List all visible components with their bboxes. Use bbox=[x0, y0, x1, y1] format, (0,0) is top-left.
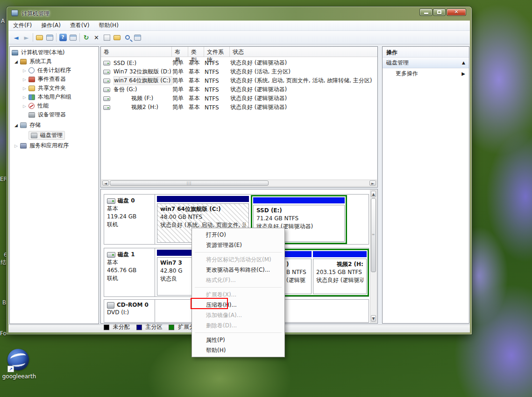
tree-item-device-manager[interactable]: 设备管理器 bbox=[28, 110, 66, 119]
collapse-chevron-icon[interactable]: ▲ bbox=[462, 60, 465, 65]
cdrom-media: DVD (I:) bbox=[107, 309, 152, 317]
disk-0-header[interactable]: 磁盘 0 基本 119.24 GB 联机 bbox=[104, 195, 155, 244]
disk-1-header[interactable]: 磁盘 1 基本 465.76 GB 联机 bbox=[104, 248, 155, 296]
collapsed-triangle-icon[interactable]: ▷ bbox=[23, 104, 28, 108]
volume-name: win7 64位旗舰版 (C:) bbox=[113, 76, 172, 85]
menu-item-help[interactable]: 帮助(H) bbox=[192, 345, 284, 355]
tree-item-performance[interactable]: ▷ 性能 bbox=[23, 101, 49, 110]
google-earth-icon-label[interactable]: googleearth bbox=[0, 373, 38, 380]
disk-name: 磁盘 0 bbox=[118, 197, 135, 204]
menu-item-properties[interactable]: 属性(P) bbox=[192, 335, 284, 345]
tree-item-services-applications[interactable]: ▷ 服务和应用程序 bbox=[14, 141, 69, 150]
partition-label: SSD (E:) bbox=[256, 207, 341, 215]
tree-item-label: 设备管理器 bbox=[38, 111, 66, 119]
volume-layout: 简单 bbox=[172, 103, 188, 111]
menu-item-open[interactable]: 打开(O) bbox=[192, 230, 284, 240]
volume-row[interactable]: Win7 32位旗舰版 (D:) 简单 基本 NTFS 状态良好 (活动, 主分… bbox=[103, 67, 376, 76]
cdrom-header[interactable]: CD-ROM 0 DVD (I:) bbox=[104, 300, 155, 322]
collapsed-triangle-icon[interactable]: ▷ bbox=[23, 95, 28, 100]
disk-drive-icon bbox=[107, 198, 115, 204]
collapsed-triangle-icon[interactable]: ▷ bbox=[14, 144, 20, 148]
disk-type: 基本 bbox=[107, 259, 152, 267]
volume-row[interactable]: 视频2 (H:) 简单 基本 NTFS 状态良好 (逻辑驱动器) bbox=[103, 103, 376, 112]
help-icon[interactable]: ? bbox=[59, 34, 67, 42]
column-header-type[interactable]: 类型 bbox=[188, 47, 204, 57]
restore-button[interactable] bbox=[433, 8, 446, 16]
scroll-down-arrow-icon[interactable]: ▼ bbox=[371, 315, 376, 322]
volume-layout: 简单 bbox=[172, 59, 188, 67]
tree-item-task-scheduler[interactable]: ▷ 任务计划程序 bbox=[23, 66, 71, 75]
log-book-icon bbox=[28, 77, 35, 82]
properties-icon[interactable] bbox=[103, 34, 111, 42]
tree-item-system-tools[interactable]: ◢ 系统工具 bbox=[14, 57, 52, 66]
tree-item-storage[interactable]: ◢ 存储 bbox=[14, 121, 41, 130]
console-settings-icon[interactable] bbox=[134, 34, 142, 42]
tree-item-computer-management[interactable]: 计算机管理(本地) bbox=[12, 48, 64, 57]
volume-row-selected[interactable]: win7 64位旗舰版 (C:) 简单 基本 NTFS 状态良好 (系统, 启动… bbox=[103, 76, 376, 85]
tree-item-label: 共享文件夹 bbox=[38, 84, 66, 92]
export-list-icon[interactable] bbox=[35, 34, 43, 42]
volume-icon bbox=[103, 96, 110, 101]
partition-status: 状态良好 (逻辑驱动 bbox=[316, 276, 363, 284]
partition-label: win7 64位旗舰版 (C:) bbox=[160, 205, 246, 213]
column-header-filesystem[interactable]: 文件系统 bbox=[204, 47, 230, 57]
scrollbar-thumb[interactable]: ≡ bbox=[371, 198, 376, 272]
menu-view[interactable]: 查看(V) bbox=[65, 20, 94, 31]
toolbar-separator bbox=[79, 33, 80, 42]
volume-row[interactable]: 备份 (G:) 简单 基本 NTFS 状态良好 (逻辑驱动器) bbox=[103, 85, 376, 94]
menu-item-explorer[interactable]: 资源管理器(E) bbox=[192, 240, 284, 250]
minimize-button[interactable] bbox=[419, 8, 433, 16]
volume-type: 基本 bbox=[189, 86, 204, 94]
scroll-right-arrow-icon[interactable]: ► bbox=[369, 180, 376, 186]
open-folder-icon[interactable] bbox=[113, 34, 121, 42]
expanded-triangle-icon[interactable]: ◢ bbox=[14, 59, 20, 64]
menu-help[interactable]: 帮助(H) bbox=[94, 20, 123, 31]
close-button[interactable]: ✕ bbox=[447, 8, 466, 16]
scrollbar-thumb[interactable]: ||| bbox=[110, 180, 269, 186]
collapsed-triangle-icon[interactable]: ▷ bbox=[23, 68, 28, 73]
delete-icon[interactable]: ✕ bbox=[92, 34, 100, 42]
column-header-status[interactable]: 状态 bbox=[230, 47, 377, 57]
column-header-volume[interactable]: 卷 bbox=[101, 47, 172, 57]
expanded-triangle-icon[interactable]: ◢ bbox=[14, 123, 20, 128]
actions-group-disk-management[interactable]: 磁盘管理 ▲ bbox=[383, 58, 469, 68]
volume-row[interactable]: 视频 (F:) 简单 基本 NTFS 状态良好 (逻辑驱动器) bbox=[103, 94, 376, 103]
logical-drive-color-bar bbox=[284, 251, 312, 257]
tree-item-shared-folders[interactable]: ▷ 共享文件夹 bbox=[23, 84, 66, 93]
collapsed-triangle-icon[interactable]: ▷ bbox=[23, 86, 28, 91]
cdrom-name: CD-ROM 0 bbox=[117, 302, 149, 308]
toolbar-separator bbox=[33, 33, 33, 42]
tree-item-label: 磁盘管理 bbox=[40, 131, 63, 139]
users-icon bbox=[28, 94, 35, 100]
logical-drive-color-bar bbox=[313, 251, 367, 257]
partition-h[interactable]: 视频2 (H:) 203.15 GB NTFS 状态良好 (逻辑驱动 bbox=[313, 251, 367, 294]
menu-item-change-drive-letter[interactable]: 更改驱动器号和路径(C)... bbox=[192, 265, 284, 275]
tree-item-local-users-groups[interactable]: ▷ 本地用户和组 bbox=[23, 93, 71, 101]
more-actions-item[interactable]: 更多操作 ▶ bbox=[383, 68, 469, 79]
scroll-up-arrow-icon[interactable]: ▲ bbox=[371, 191, 376, 197]
column-header-layout[interactable]: 布局 bbox=[172, 47, 188, 57]
shortcut-arrow-icon: ↗ bbox=[7, 366, 14, 372]
menu-action[interactable]: 操作(A) bbox=[36, 20, 65, 31]
services-icon bbox=[20, 143, 27, 149]
google-earth-desktop-icon[interactable]: ↗ bbox=[7, 349, 31, 372]
window-title: 计算机管理 bbox=[21, 10, 50, 18]
refresh-icon[interactable]: ↻ bbox=[82, 34, 90, 42]
partition-clipped[interactable]: ) B NTFS (逻辑驱 bbox=[284, 251, 312, 294]
tree-item-event-viewer[interactable]: ▷ 事件查看器 bbox=[23, 75, 66, 84]
action-pane-toggle-icon[interactable] bbox=[69, 34, 77, 42]
desktop-icon-label-fragment: B bbox=[2, 299, 6, 306]
vertical-scrollbar[interactable]: ▲ ≡ ▼ bbox=[370, 190, 377, 323]
tree-item-disk-management[interactable]: 磁盘管理 bbox=[28, 131, 65, 140]
horizontal-scrollbar[interactable]: ◄ ||| ► bbox=[101, 180, 377, 187]
back-icon[interactable]: ◄ bbox=[12, 34, 20, 42]
forward-icon[interactable]: ► bbox=[22, 34, 30, 42]
console-tree-toggle-icon[interactable] bbox=[46, 34, 54, 42]
menu-file[interactable]: 文件(F) bbox=[8, 20, 36, 31]
volume-row[interactable]: SSD (E:) 简单 基本 NTFS 状态良好 (逻辑驱动器) bbox=[103, 58, 376, 67]
volume-filesystem: NTFS bbox=[205, 95, 230, 102]
collapsed-triangle-icon[interactable]: ▷ bbox=[23, 77, 28, 82]
scroll-left-arrow-icon[interactable]: ◄ bbox=[102, 180, 109, 186]
partition-size: 48.00 GB NTFS bbox=[160, 213, 246, 221]
find-icon[interactable] bbox=[123, 34, 131, 42]
